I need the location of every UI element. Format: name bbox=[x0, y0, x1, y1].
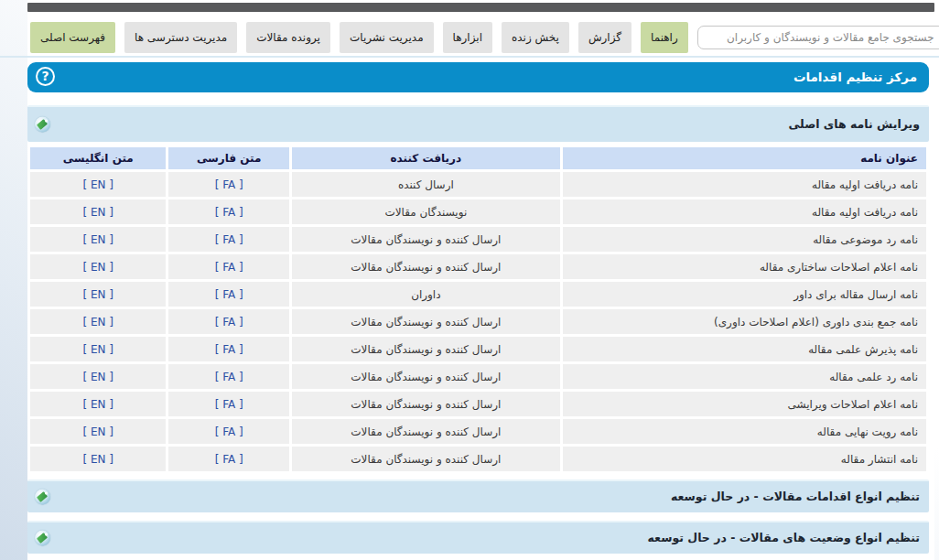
letter-row: نامه اعلام اصلاحات ویرایشیارسال کننده و … bbox=[30, 392, 926, 416]
fa-text-link[interactable]: [ FA ] bbox=[215, 371, 243, 383]
letter-title-cell: نامه ارسال مقاله برای داور bbox=[563, 282, 926, 307]
recipient-cell: ارسال کننده و نویسندگان مقالات bbox=[292, 254, 560, 279]
letter-row: نامه ارسال مقاله برای داورداوران[ FA ][ … bbox=[30, 282, 926, 307]
letter-title-cell: نامه دریافت اولیه مقاله bbox=[563, 172, 926, 197]
letter-row: نامه اعلام اصلاحات ساختاری مقالهارسال کن… bbox=[30, 254, 926, 279]
nav-tab-3[interactable]: پرونده مقالات bbox=[246, 22, 330, 53]
fa-text-cell: [ FA ] bbox=[168, 364, 288, 389]
fa-text-cell: [ FA ] bbox=[168, 419, 288, 444]
nav-tab-7[interactable]: گزارش bbox=[578, 22, 631, 53]
en-text-link[interactable]: [ EN ] bbox=[82, 233, 113, 246]
nav-tab-2[interactable]: مدیریت دسترسی ها bbox=[124, 22, 237, 53]
fa-text-link[interactable]: [ FA ] bbox=[215, 206, 243, 219]
section-title: تنظیم انواع وضعیت های مقالات - در حال تو… bbox=[648, 531, 921, 544]
content-wrapper: فهرست اصلیمدیریت دسترسی هاپرونده مقالاتم… bbox=[27, 0, 934, 560]
en-text-link[interactable]: [ EN ] bbox=[82, 425, 113, 438]
page-title: مرکز تنظیم اقدامات bbox=[793, 70, 917, 84]
section-action-types: تنظیم انواع اقدامات مقالات - در حال توسع… bbox=[27, 479, 929, 512]
en-text-link[interactable]: [ EN ] bbox=[82, 453, 113, 466]
en-text-cell: [ EN ] bbox=[30, 282, 166, 307]
fa-text-link[interactable]: [ FA ] bbox=[215, 178, 243, 191]
en-text-cell: [ EN ] bbox=[30, 309, 166, 334]
fa-text-cell: [ FA ] bbox=[168, 227, 288, 252]
tag-icon[interactable] bbox=[35, 531, 50, 546]
fa-text-link[interactable]: [ FA ] bbox=[215, 288, 243, 301]
col-header-fa-text: متن فارسی bbox=[168, 147, 288, 169]
fa-text-link[interactable]: [ FA ] bbox=[215, 398, 243, 411]
tag-icon[interactable] bbox=[35, 117, 50, 133]
letter-title-cell: نامه دریافت اولیه مقاله bbox=[563, 199, 926, 224]
letter-title-cell: نامه اعلام اصلاحات ساختاری مقاله bbox=[563, 254, 926, 279]
en-text-cell: [ EN ] bbox=[30, 227, 166, 252]
letter-title-cell: نامه اعلام اصلاحات ویرایشی bbox=[563, 392, 926, 416]
global-search-input[interactable] bbox=[697, 26, 939, 49]
fa-text-link[interactable]: [ FA ] bbox=[215, 453, 243, 466]
en-text-cell: [ EN ] bbox=[30, 392, 166, 416]
recipient-cell: ارسال کننده و نویسندگان مقالات bbox=[292, 392, 560, 416]
global-search-container bbox=[697, 26, 939, 49]
en-text-cell: [ EN ] bbox=[30, 447, 166, 471]
letter-title-cell: نامه رویت نهایی مقاله bbox=[563, 419, 926, 444]
recipient-cell: ارسال کننده و نویسندگان مقالات bbox=[292, 227, 560, 252]
fa-text-cell: [ FA ] bbox=[168, 337, 288, 361]
letter-row: نامه جمع بندی داوری (اعلام اصلاحات داوری… bbox=[30, 309, 926, 334]
en-text-link[interactable]: [ EN ] bbox=[82, 371, 113, 383]
recipient-cell: ارسال کننده و نویسندگان مقالات bbox=[292, 447, 560, 471]
letter-row: نامه دریافت اولیه مقالهنویسندگان مقالات[… bbox=[30, 199, 926, 224]
nav-tab-8[interactable]: راهنما bbox=[641, 22, 688, 53]
letter-row: نامه انتشار مقالهارسال کننده و نویسندگان… bbox=[30, 447, 926, 471]
en-text-link[interactable]: [ EN ] bbox=[82, 343, 113, 356]
recipient-cell: نویسندگان مقالات bbox=[292, 199, 560, 224]
help-icon[interactable]: ? bbox=[36, 67, 55, 86]
recipient-cell: داوران bbox=[292, 282, 560, 307]
tag-icon[interactable] bbox=[35, 490, 50, 505]
fa-text-link[interactable]: [ FA ] bbox=[215, 425, 243, 438]
en-text-link[interactable]: [ EN ] bbox=[82, 261, 113, 274]
fa-text-link[interactable]: [ FA ] bbox=[215, 316, 243, 328]
section-title: ویرایش نامه های اصلی bbox=[788, 117, 920, 131]
fa-text-cell: [ FA ] bbox=[168, 309, 288, 334]
letter-row: نامه رویت نهایی مقالهارسال کننده و نویسن… bbox=[30, 419, 926, 444]
en-text-cell: [ EN ] bbox=[30, 172, 166, 197]
table-header-row: عنوان نامه دریافت کننده متن فارسی متن ان… bbox=[30, 147, 926, 169]
nav-tab-6[interactable]: پخش زنده bbox=[502, 22, 569, 53]
letter-row: نامه پذیرش علمی مقالهارسال کننده و نویسن… bbox=[30, 337, 926, 361]
letter-title-cell: نامه جمع بندی داوری (اعلام اصلاحات داوری… bbox=[563, 309, 926, 334]
fa-text-cell: [ FA ] bbox=[168, 392, 288, 416]
fa-text-link[interactable]: [ FA ] bbox=[215, 233, 243, 246]
fa-text-cell: [ FA ] bbox=[168, 254, 288, 279]
letter-row: نامه دریافت اولیه مقالهارسال کننده[ FA ]… bbox=[30, 172, 926, 197]
nav-tab-1[interactable]: فهرست اصلی bbox=[30, 22, 115, 53]
en-text-link[interactable]: [ EN ] bbox=[82, 288, 113, 301]
page-title-bar: مرکز تنظیم اقدامات ? bbox=[27, 62, 929, 92]
fa-text-cell: [ FA ] bbox=[168, 447, 288, 471]
letter-title-cell: نامه رد علمی مقاله bbox=[563, 364, 926, 389]
nav-tab-5[interactable]: ابزارها bbox=[443, 22, 492, 53]
nav-tab-4[interactable]: مدیریت نشریات bbox=[340, 22, 434, 53]
recipient-cell: ارسال کننده و نویسندگان مقالات bbox=[292, 309, 560, 334]
section-status-types: تنظیم انواع وضعیت های مقالات - در حال تو… bbox=[27, 521, 929, 554]
letters-table: عنوان نامه دریافت کننده متن فارسی متن ان… bbox=[27, 145, 929, 474]
en-text-link[interactable]: [ EN ] bbox=[82, 398, 113, 411]
letter-row: نامه رد علمی مقالهارسال کننده و نویسندگا… bbox=[30, 364, 926, 389]
recipient-cell: ارسال کننده bbox=[292, 172, 560, 197]
en-text-cell: [ EN ] bbox=[30, 364, 166, 389]
fa-text-link[interactable]: [ FA ] bbox=[215, 343, 243, 356]
recipient-cell: ارسال کننده و نویسندگان مقالات bbox=[292, 364, 560, 389]
fa-text-link[interactable]: [ FA ] bbox=[215, 261, 243, 274]
col-header-recipient: دریافت کننده bbox=[292, 147, 560, 169]
fa-text-cell: [ FA ] bbox=[168, 172, 288, 197]
col-header-en-text: متن انگلیسی bbox=[30, 147, 166, 169]
letter-row: نامه رد موضوعی مقالهارسال کننده و نویسند… bbox=[30, 227, 926, 252]
recipient-cell: ارسال کننده و نویسندگان مقالات bbox=[292, 419, 560, 444]
letter-title-cell: نامه رد موضوعی مقاله bbox=[563, 227, 926, 252]
main-tab-bar: فهرست اصلیمدیریت دسترسی هاپرونده مقالاتم… bbox=[27, 12, 934, 55]
fa-text-cell: [ FA ] bbox=[168, 282, 288, 307]
en-text-link[interactable]: [ EN ] bbox=[82, 178, 113, 191]
en-text-link[interactable]: [ EN ] bbox=[82, 316, 113, 328]
en-text-cell: [ EN ] bbox=[30, 254, 166, 279]
recipient-cell: ارسال کننده و نویسندگان مقالات bbox=[292, 337, 560, 361]
top-dark-strip bbox=[27, 3, 934, 12]
section-title: تنظیم انواع اقدامات مقالات - در حال توسع… bbox=[671, 490, 920, 503]
en-text-link[interactable]: [ EN ] bbox=[82, 206, 113, 219]
